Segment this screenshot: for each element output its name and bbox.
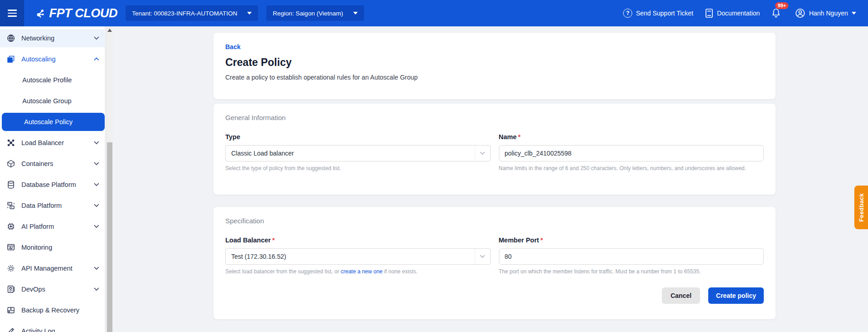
sidebar-item-data-platform[interactable]: Data Platform: [0, 196, 105, 215]
send-support-ticket-label: Send Support Ticket: [636, 10, 693, 17]
chevron-down-icon: [353, 12, 358, 15]
sidebar-item-label: Backup & Recovery: [21, 307, 79, 314]
database-icon: [6, 180, 15, 189]
load-balancer-icon: [6, 138, 15, 147]
load-balancer-select-value: Test (172.30.16.52): [231, 253, 286, 260]
sidebar-item-activity-log[interactable]: Activity Log: [0, 322, 105, 332]
required-asterisk: *: [540, 236, 543, 244]
chevron-down-icon: [94, 225, 99, 228]
support-question-icon: ?: [623, 9, 632, 18]
load-balancer-label: Load Balancer*: [225, 236, 491, 244]
sidebar-item-label: Monitoring: [21, 244, 52, 251]
sidebar-item-label: Containers: [21, 160, 53, 167]
member-port-input[interactable]: [499, 248, 764, 265]
monitoring-icon: [6, 243, 15, 252]
sidebar-item-autoscale-profile[interactable]: Autoscale Profile: [0, 71, 105, 89]
sidebar-item-networking[interactable]: Networking: [0, 29, 105, 47]
fpt-cloud-logo-icon: [36, 9, 45, 18]
region-dropdown[interactable]: Region: Saigon (Vietnam): [266, 5, 364, 21]
name-helper-text: Name limits in the range of 6 and 250 ch…: [499, 165, 764, 171]
sidebar-item-load-balancer[interactable]: Load Balancer: [0, 134, 105, 152]
documentation-label: Documentation: [717, 10, 760, 17]
scrollbar-up-arrow[interactable]: [107, 29, 112, 32]
scrollbar-thumb[interactable]: [107, 142, 112, 332]
sidebar-item-autoscaling[interactable]: Autoscaling: [0, 50, 105, 68]
name-label: Name*: [499, 133, 764, 141]
main-content: Back Create Policy Create a policy to es…: [113, 26, 868, 332]
create-policy-button[interactable]: Create policy: [708, 287, 764, 304]
documentation-link[interactable]: Documentation: [705, 9, 760, 18]
sidebar: Networking Autoscaling Autoscale Profile…: [0, 26, 105, 332]
chevron-down-icon: [94, 267, 99, 270]
cancel-button[interactable]: Cancel: [662, 287, 700, 304]
sidebar-item-autoscale-group[interactable]: Autoscale Group: [0, 92, 105, 110]
sidebar-item-api-management[interactable]: API Management: [0, 259, 105, 277]
type-helper-text: Select the type of policy from the sugge…: [225, 165, 491, 171]
page-scrollbar[interactable]: [106, 26, 112, 332]
sidebar-item-label: Data Platform: [21, 202, 62, 209]
chevron-down-icon: [94, 141, 99, 145]
name-input[interactable]: [499, 145, 764, 161]
data-platform-icon: [6, 201, 15, 210]
sidebar-item-label: API Management: [21, 265, 72, 272]
gear-icon: [6, 264, 15, 273]
sidebar-item-label: Autoscale Policy: [24, 118, 72, 126]
sidebar-item-ai-platform[interactable]: AI Platform: [0, 217, 105, 236]
member-port-label: Member Port*: [499, 236, 764, 244]
load-balancer-select[interactable]: Test (172.30.16.52): [225, 248, 491, 265]
sidebar-item-label: Autoscale Group: [22, 97, 71, 105]
name-field: Name* Name limits in the range of 6 and …: [499, 133, 764, 171]
chevron-down-icon: [94, 183, 99, 186]
send-support-ticket-link[interactable]: ? Send Support Ticket: [623, 9, 693, 18]
containers-box-icon: [6, 159, 15, 168]
user-name: Hanh Nguyen: [809, 10, 848, 17]
fpt-cloud-logo[interactable]: FPT CLOUD: [36, 6, 117, 20]
general-information-card: General Information Type Classic Load ba…: [213, 104, 776, 195]
sidebar-item-label: Load Balancer: [21, 139, 64, 146]
devops-icon: [6, 285, 15, 294]
sidebar-item-devops[interactable]: DevOps: [0, 280, 105, 298]
sidebar-item-label: Autoscaling: [21, 55, 56, 63]
back-link[interactable]: Back: [225, 43, 240, 50]
type-field: Type Classic Load balancer Select the ty…: [225, 133, 491, 171]
hamburger-icon: [8, 8, 17, 18]
sidebar-item-label: AI Platform: [21, 223, 54, 230]
member-port-field: Member Port* The port on which the membe…: [499, 236, 764, 275]
sidebar-item-autoscale-policy[interactable]: Autoscale Policy: [2, 113, 105, 131]
sidebar-item-database-platform[interactable]: Database Platform: [0, 176, 105, 194]
pencil-icon: [6, 327, 15, 332]
section-title-specification: Specification: [225, 217, 764, 225]
sidebar-item-containers[interactable]: Containers: [0, 155, 105, 173]
feedback-label: Feedback: [858, 193, 865, 221]
backup-drive-icon: [6, 306, 15, 315]
hamburger-menu-button[interactable]: [0, 0, 24, 26]
type-select[interactable]: Classic Load balancer: [225, 145, 491, 161]
sidebar-item-label: Networking: [21, 35, 55, 42]
user-menu[interactable]: Hanh Nguyen: [795, 8, 856, 18]
region-label: Region: Saigon (Vietnam): [273, 10, 343, 17]
notifications-button[interactable]: 99+: [772, 8, 781, 18]
page-subtitle: Create a policy to establish operational…: [225, 74, 764, 81]
load-balancer-field: Load Balancer* Test (172.30.16.52) Selec…: [225, 236, 491, 275]
sidebar-item-label: DevOps: [21, 286, 45, 293]
tenant-dropdown[interactable]: Tenant: 000823-INFRA-AUTOMATION: [126, 5, 258, 21]
page-header-card: Back Create Policy Create a policy to es…: [213, 33, 776, 99]
chevron-down-icon: [475, 146, 490, 161]
chevron-down-icon: [247, 12, 252, 15]
sidebar-item-monitoring[interactable]: Monitoring: [0, 238, 105, 257]
sidebar-item-backup-recovery[interactable]: Backup & Recovery: [0, 301, 105, 319]
create-new-load-balancer-link[interactable]: create a new one: [340, 268, 382, 275]
type-label: Type: [225, 133, 491, 141]
specification-card: Specification Load Balancer* Test (172.3…: [213, 207, 776, 319]
notification-badge: 99+: [775, 2, 788, 9]
sidebar-item-label: Activity Log: [21, 327, 55, 332]
chevron-down-icon: [94, 36, 99, 40]
sidebar-item-label: Autoscale Profile: [22, 76, 72, 84]
documentation-icon: [705, 9, 713, 18]
bell-icon: [772, 8, 781, 18]
load-balancer-helper-text: Select load balancer from the suggested …: [225, 268, 491, 275]
ai-chip-icon: [6, 222, 15, 231]
type-select-value: Classic Load balancer: [231, 150, 294, 157]
form-actions: Cancel Create policy: [225, 287, 764, 304]
feedback-tab[interactable]: Feedback: [854, 186, 868, 229]
